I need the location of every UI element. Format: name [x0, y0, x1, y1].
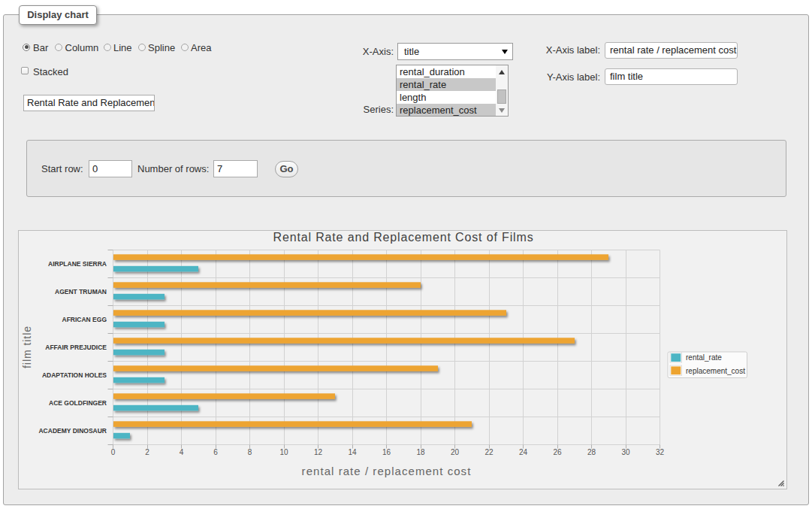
svg-text:rental_rate: rental_rate — [686, 353, 722, 362]
svg-text:2: 2 — [145, 448, 149, 456]
svg-text:4: 4 — [180, 448, 184, 456]
svg-text:10: 10 — [279, 448, 288, 456]
svg-text:film title: film title — [21, 326, 33, 368]
svg-text:AFRICAN EGG: AFRICAN EGG — [62, 316, 107, 323]
svg-text:AGENT TRUMAN: AGENT TRUMAN — [55, 288, 107, 295]
svg-text:ACADEMY DINOSAUR: ACADEMY DINOSAUR — [38, 427, 107, 435]
svg-text:AIRPLANE SIERRA: AIRPLANE SIERRA — [48, 260, 107, 268]
svg-text:32: 32 — [656, 448, 665, 456]
svg-text:AFFAIR PREJUDICE: AFFAIR PREJUDICE — [45, 344, 107, 351]
svg-text:0: 0 — [111, 448, 116, 456]
svg-text:30: 30 — [621, 448, 630, 456]
svg-text:16: 16 — [382, 448, 391, 456]
svg-text:28: 28 — [587, 448, 596, 456]
svg-text:Rental Rate and Replacement Co: Rental Rate and Replacement Cost of Film… — [273, 231, 534, 244]
svg-text:26: 26 — [553, 448, 562, 456]
svg-text:14: 14 — [348, 448, 357, 456]
svg-text:24: 24 — [519, 448, 528, 456]
svg-text:replacement_cost: replacement_cost — [686, 367, 745, 375]
svg-text:12: 12 — [314, 448, 323, 456]
svg-text:22: 22 — [484, 448, 494, 456]
svg-text:20: 20 — [451, 448, 460, 456]
svg-text:18: 18 — [416, 448, 425, 456]
svg-text:ADAPTATION HOLES: ADAPTATION HOLES — [42, 371, 107, 379]
svg-text:ACE GOLDFINGER: ACE GOLDFINGER — [49, 399, 107, 407]
svg-text:rental rate / replacement cost: rental rate / replacement cost — [302, 465, 472, 477]
svg-text:8: 8 — [248, 448, 252, 456]
svg-text:6: 6 — [213, 448, 218, 456]
